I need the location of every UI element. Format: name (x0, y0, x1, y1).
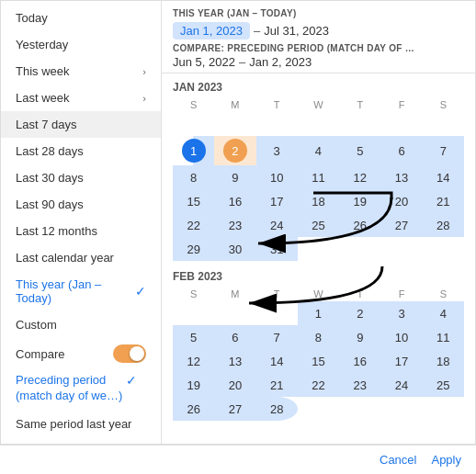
day-cell[interactable]: 4 (298, 136, 339, 165)
sidebar-item-yesterday-label: Yesterday (16, 38, 68, 51)
day-cell[interactable]: 17 (256, 189, 298, 213)
start-date-chip[interactable]: Jan 1, 2023 (173, 22, 250, 40)
sidebar-item-last-week[interactable]: Last week › (1, 85, 161, 111)
day-cell[interactable]: 11 (298, 165, 339, 189)
day-cell[interactable]: 14 (423, 165, 464, 189)
day-cell[interactable]: 20 (380, 189, 422, 213)
day-cell[interactable]: 7 (423, 136, 464, 165)
day-cell[interactable]: 3 (380, 301, 422, 325)
cancel-button[interactable]: Cancel (380, 453, 416, 467)
day-cell[interactable]: 2 (214, 136, 255, 165)
bottom-bar: Cancel Apply (0, 445, 476, 474)
sidebar-item-last-12m[interactable]: Last 12 months (1, 218, 161, 244)
compare-dash: – (239, 55, 245, 69)
day-cell[interactable]: 26 (339, 213, 380, 237)
sidebar-item-custom[interactable]: Custom (1, 311, 161, 338)
table-row: 1 2 3 4 5 6 7 (173, 136, 464, 165)
day-cell[interactable]: 19 (339, 189, 380, 213)
day-cell (256, 301, 298, 325)
day-cell[interactable]: 8 (173, 165, 214, 189)
compare-toggle[interactable] (113, 344, 146, 363)
sidebar-item-same-period-label: Same period last year (16, 417, 131, 431)
dow-t1: T (256, 287, 298, 301)
day-cell[interactable]: 8 (298, 325, 339, 349)
day-cell[interactable]: 31 (256, 237, 298, 261)
day-cell[interactable]: 9 (214, 165, 255, 189)
day-cell[interactable]: 11 (423, 325, 464, 349)
sidebar-item-last-cal-year[interactable]: Last calendar year (1, 244, 161, 271)
day-cell[interactable]: 12 (173, 349, 214, 373)
day-cell[interactable]: 30 (214, 237, 255, 261)
day-cell[interactable]: 3 (256, 136, 298, 165)
day-cell[interactable]: 28 (256, 397, 298, 421)
day-cell[interactable]: 15 (298, 349, 339, 373)
table-row: 8 9 10 11 12 13 14 (173, 165, 464, 189)
dow-w1: W (298, 97, 339, 112)
day-cell[interactable]: 28 (423, 213, 464, 237)
sidebar-item-last-90[interactable]: Last 90 days (1, 191, 161, 218)
day-cell (423, 237, 464, 261)
day-cell[interactable]: 6 (214, 325, 255, 349)
day-cell[interactable]: 21 (256, 373, 298, 397)
apply-button[interactable]: Apply (431, 453, 461, 467)
day-cell[interactable]: 10 (380, 325, 422, 349)
day-cell[interactable]: 2 (339, 301, 380, 325)
day-cell[interactable]: 22 (173, 213, 214, 237)
day-cell[interactable]: 23 (214, 213, 255, 237)
dow-w1: W (298, 287, 339, 301)
day-cell[interactable]: 27 (380, 213, 422, 237)
day-cell[interactable]: 13 (214, 349, 255, 373)
month-jan: JAN 2023 (173, 81, 464, 94)
day-cell[interactable]: 15 (173, 189, 214, 213)
dow-s1: S (173, 97, 214, 112)
day-cell[interactable]: 21 (423, 189, 464, 213)
day-cell[interactable]: 16 (214, 189, 255, 213)
day-cell[interactable]: 29 (173, 237, 214, 261)
compare-label: Compare (16, 347, 64, 361)
end-date: Jul 31, 2023 (264, 24, 329, 38)
day-cell[interactable]: 14 (256, 349, 298, 373)
day-cell[interactable]: 10 (256, 165, 298, 189)
table-row: 22 23 24 25 26 27 28 (173, 213, 464, 237)
sidebar-item-last-30[interactable]: Last 30 days (1, 164, 161, 191)
day-cell[interactable]: 4 (423, 301, 464, 325)
day-cell[interactable]: 13 (380, 165, 422, 189)
day-cell[interactable]: 1 (173, 136, 214, 165)
sidebar-item-same-period[interactable]: Same period last year (1, 411, 161, 437)
sidebar-item-yesterday[interactable]: Yesterday (1, 31, 161, 58)
day-cell[interactable]: 25 (423, 373, 464, 397)
sidebar-item-this-year[interactable]: This year (Jan – Today) ✓ (1, 271, 161, 311)
day-cell[interactable]: 16 (339, 349, 380, 373)
day-cell[interactable]: 18 (423, 349, 464, 373)
day-cell[interactable]: 5 (339, 136, 380, 165)
day-cell[interactable]: 1 (298, 301, 339, 325)
preceding-period-item[interactable]: Preceding period(match day of we…) ✓ (1, 369, 161, 411)
day-cell[interactable]: 5 (173, 325, 214, 349)
day-cell[interactable]: 19 (173, 373, 214, 397)
day-cell[interactable]: 23 (339, 373, 380, 397)
compare-start-date: Jun 5, 2022 (173, 55, 235, 69)
day-cell[interactable]: 17 (380, 349, 422, 373)
day-cell[interactable]: 24 (256, 213, 298, 237)
day-cell[interactable]: 18 (298, 189, 339, 213)
sidebar-item-last-28[interactable]: Last 28 days (1, 138, 161, 164)
compare-end-date: Jan 2, 2023 (249, 55, 312, 69)
table-row: 19 20 21 22 23 24 25 (173, 373, 464, 397)
sidebar-item-this-year-label: This year (Jan – Today) (16, 277, 135, 305)
day-cell[interactable]: 24 (380, 373, 422, 397)
day-cell[interactable]: 27 (214, 397, 255, 421)
day-cell[interactable]: 22 (298, 373, 339, 397)
day-cell[interactable]: 20 (214, 373, 255, 397)
sidebar-item-this-week[interactable]: This week › (1, 58, 161, 85)
day-cell[interactable]: 7 (256, 325, 298, 349)
day-cell[interactable]: 26 (173, 397, 214, 421)
sidebar-item-today[interactable]: Today (1, 5, 161, 31)
table-row: 1 2 3 4 (173, 301, 464, 325)
compare-row[interactable]: Compare (1, 338, 161, 369)
day-cell[interactable]: 25 (298, 213, 339, 237)
day-cell[interactable]: 6 (380, 136, 422, 165)
day-cell[interactable]: 12 (339, 165, 380, 189)
day-cell[interactable]: 9 (339, 325, 380, 349)
sidebar-item-last-7[interactable]: Last 7 days (1, 111, 161, 138)
dow-t2: T (339, 287, 380, 301)
